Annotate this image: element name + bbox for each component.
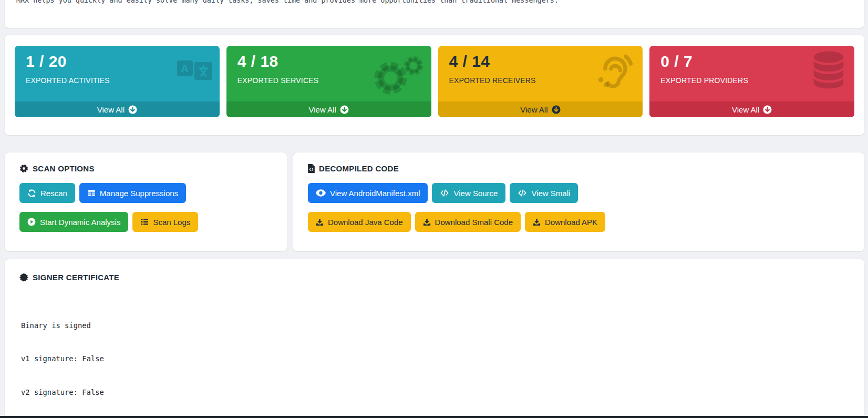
view-all-label: View All	[520, 105, 547, 114]
exported-services-card: 4 / 18 EXPORTED SERVICES View All	[226, 46, 431, 117]
activities-label: EXPORTED ACTIVITIES	[26, 76, 220, 85]
view-smali-button[interactable]: View Smali	[510, 183, 578, 203]
cert-line: Binary is signed	[21, 320, 523, 331]
database-icon	[812, 51, 845, 89]
decompiled-download-row: Download Java Code Download Smali Code D…	[308, 212, 605, 232]
signer-certificate-title: SIGNER CERTIFICATE	[33, 273, 119, 282]
bottom-edge-bar	[0, 416, 868, 418]
start-dynamic-analysis-button[interactable]: Start Dynamic Analysis	[19, 212, 128, 232]
hearing-icon	[596, 54, 635, 90]
card-body: 1 / 20 EXPORTED ACTIVITIES A	[15, 46, 220, 101]
view-all-services-button[interactable]: View All	[226, 101, 431, 117]
card-body: 0 / 7 EXPORTED PROVIDERS	[649, 46, 854, 101]
app-description-panel: MAX helps you quickly and easily solve m…	[5, 0, 864, 28]
certificate-icon	[19, 273, 28, 282]
scan-options-row-2: Start Dynamic Analysis Scan Logs	[19, 212, 198, 232]
decompiled-view-row: View AndroidManifest.xml View Source Vie…	[308, 183, 578, 203]
decompiled-code-header: DECOMPILED CODE	[308, 164, 399, 173]
exported-receivers-card: 4 / 14 EXPORTED RECEIVERS View All	[438, 46, 643, 117]
rescan-button[interactable]: Rescan	[19, 183, 75, 203]
decompiled-code-title: DECOMPILED CODE	[319, 164, 399, 173]
decompiled-code-panel: DECOMPILED CODE View AndroidManifest.xml…	[293, 152, 864, 251]
view-all-label: View All	[308, 105, 336, 114]
code-icon	[518, 189, 527, 197]
view-all-activities-button[interactable]: View All	[15, 101, 220, 117]
language-icon: A	[177, 59, 212, 77]
view-all-providers-button[interactable]: View All	[649, 101, 854, 117]
sync-icon	[27, 189, 36, 198]
list-icon	[140, 218, 149, 226]
view-androidmanifest-button[interactable]: View AndroidManifest.xml	[308, 183, 428, 203]
exported-providers-card: 0 / 7 EXPORTED PROVIDERS View All	[649, 46, 854, 117]
scan-logs-button[interactable]: Scan Logs	[132, 212, 198, 232]
view-all-label: View All	[732, 105, 759, 114]
code-icon	[440, 189, 449, 197]
table-icon	[87, 189, 96, 197]
cogs-icon	[371, 54, 424, 97]
manage-suppressions-button[interactable]: Manage Suppressions	[79, 183, 186, 203]
play-circle-icon	[27, 218, 36, 226]
arrow-circle-down-icon	[128, 105, 137, 114]
certificate-details: Binary is signed v1 signature: False v2 …	[21, 298, 523, 418]
signer-certificate-header: SIGNER CERTIFICATE	[19, 273, 119, 282]
exported-activities-card: 1 / 20 EXPORTED ACTIVITIES A View All	[15, 46, 220, 117]
view-all-label: View All	[97, 105, 125, 114]
download-smali-code-button[interactable]: Download Smali Code	[415, 212, 521, 232]
arrow-circle-down-icon	[552, 105, 561, 114]
cert-line: v1 signature: False	[21, 353, 523, 364]
card-body: 4 / 18 EXPORTED SERVICES	[226, 46, 431, 101]
card-body: 4 / 14 EXPORTED RECEIVERS	[438, 46, 643, 101]
eye-icon	[316, 189, 326, 197]
scan-options-row-1: Rescan Manage Suppressions	[19, 183, 186, 203]
download-java-code-button[interactable]: Download Java Code	[308, 212, 411, 232]
signer-certificate-panel: SIGNER CERTIFICATE Binary is signed v1 s…	[5, 259, 864, 418]
arrow-circle-down-icon	[763, 105, 772, 114]
view-source-button[interactable]: View Source	[432, 183, 505, 203]
gear-icon	[19, 164, 28, 173]
download-icon	[533, 218, 541, 226]
download-icon	[423, 218, 431, 226]
arrow-circle-down-icon	[340, 105, 349, 114]
scan-options-header: SCAN OPTIONS	[19, 164, 95, 173]
cert-line: v2 signature: False	[21, 387, 523, 398]
file-code-icon	[308, 164, 315, 173]
download-apk-button[interactable]: Download APK	[525, 212, 605, 232]
app-description-text: MAX helps you quickly and easily solve m…	[16, 0, 559, 4]
download-icon	[316, 218, 324, 226]
scan-options-panel: SCAN OPTIONS Rescan Manage Suppressions …	[5, 152, 287, 251]
exported-components-panel: 1 / 20 EXPORTED ACTIVITIES A View All 4 …	[5, 35, 864, 135]
scan-options-title: SCAN OPTIONS	[33, 164, 95, 173]
view-all-receivers-button[interactable]: View All	[438, 101, 643, 117]
